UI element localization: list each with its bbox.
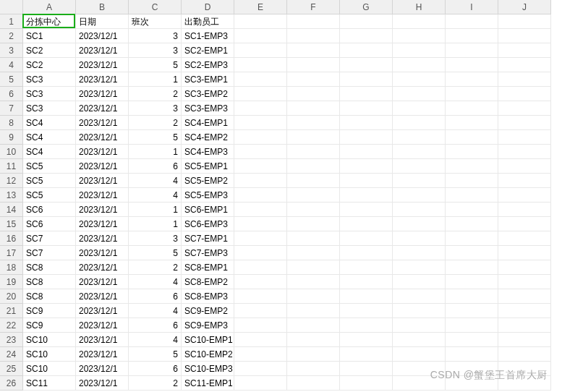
cell-F6[interactable] [287,87,340,101]
row-header-12[interactable]: 12 [0,174,23,188]
cell-E25[interactable] [234,362,287,376]
cell-D4[interactable]: SC2-EMP3 [182,58,234,72]
cell-E14[interactable] [234,203,287,217]
cell-G18[interactable] [340,260,393,275]
cell-H16[interactable] [393,231,446,246]
cell-G2[interactable] [340,29,393,43]
cell-H2[interactable] [393,29,446,43]
cell-E11[interactable] [234,159,287,174]
cell-J19[interactable] [498,275,551,289]
cell-G3[interactable] [340,43,393,58]
cell-C9[interactable]: 5 [129,130,182,145]
cell-A21[interactable]: SC9 [23,304,76,318]
cell-G26[interactable] [340,376,393,391]
cell-G19[interactable] [340,275,393,289]
cell-A15[interactable]: SC6 [23,217,76,231]
cell-B14[interactable]: 2023/12/1 [76,203,129,217]
row-header-26[interactable]: 26 [0,376,23,391]
cell-D1[interactable]: 出勤员工 [182,14,234,29]
cell-I18[interactable] [446,260,498,275]
cell-F11[interactable] [287,159,340,174]
cell-I13[interactable] [446,188,498,203]
select-all-corner[interactable] [0,0,23,14]
cell-C23[interactable]: 4 [129,333,182,347]
cell-F12[interactable] [287,174,340,188]
cell-G4[interactable] [340,58,393,72]
cell-G8[interactable] [340,116,393,130]
cell-G5[interactable] [340,72,393,87]
row-header-13[interactable]: 13 [0,188,23,203]
cell-C3[interactable]: 3 [129,43,182,58]
cell-B3[interactable]: 2023/12/1 [76,43,129,58]
cell-B20[interactable]: 2023/12/1 [76,289,129,304]
cell-F9[interactable] [287,130,340,145]
cell-E26[interactable] [234,376,287,391]
cell-H23[interactable] [393,333,446,347]
cell-E15[interactable] [234,217,287,231]
cell-A11[interactable]: SC5 [23,159,76,174]
cell-E6[interactable] [234,87,287,101]
cell-A8[interactable]: SC4 [23,116,76,130]
cell-E22[interactable] [234,318,287,333]
cell-C5[interactable]: 1 [129,72,182,87]
cell-E3[interactable] [234,43,287,58]
cell-C7[interactable]: 3 [129,101,182,116]
cell-D19[interactable]: SC8-EMP2 [182,275,234,289]
cell-H6[interactable] [393,87,446,101]
row-header-5[interactable]: 5 [0,72,23,87]
cell-E20[interactable] [234,289,287,304]
cell-J5[interactable] [498,72,551,87]
cell-G22[interactable] [340,318,393,333]
cell-C6[interactable]: 2 [129,87,182,101]
cell-B21[interactable]: 2023/12/1 [76,304,129,318]
cell-D11[interactable]: SC5-EMP1 [182,159,234,174]
cell-F26[interactable] [287,376,340,391]
cell-J12[interactable] [498,174,551,188]
cell-C4[interactable]: 5 [129,58,182,72]
cell-C19[interactable]: 4 [129,275,182,289]
cell-F25[interactable] [287,362,340,376]
cell-J7[interactable] [498,101,551,116]
cell-G14[interactable] [340,203,393,217]
cell-F2[interactable] [287,29,340,43]
cell-E12[interactable] [234,174,287,188]
cell-I23[interactable] [446,333,498,347]
cell-I12[interactable] [446,174,498,188]
cell-A2[interactable]: SC1 [23,29,76,43]
cell-H4[interactable] [393,58,446,72]
cell-F22[interactable] [287,318,340,333]
cell-A24[interactable]: SC10 [23,347,76,362]
cell-A20[interactable]: SC8 [23,289,76,304]
cell-C1[interactable]: 班次 [129,14,182,29]
cell-J21[interactable] [498,304,551,318]
cell-F3[interactable] [287,43,340,58]
cell-H9[interactable] [393,130,446,145]
cell-F1[interactable] [287,14,340,29]
cell-G15[interactable] [340,217,393,231]
cell-H10[interactable] [393,145,446,159]
cell-A17[interactable]: SC7 [23,246,76,260]
cell-A18[interactable]: SC8 [23,260,76,275]
cell-D5[interactable]: SC3-EMP1 [182,72,234,87]
cell-D16[interactable]: SC7-EMP1 [182,231,234,246]
cell-J6[interactable] [498,87,551,101]
column-header-I[interactable]: I [446,0,498,14]
cell-B16[interactable]: 2023/12/1 [76,231,129,246]
cell-D23[interactable]: SC10-EMP1 [182,333,234,347]
cell-I16[interactable] [446,231,498,246]
cell-F23[interactable] [287,333,340,347]
column-header-F[interactable]: F [287,0,340,14]
column-header-B[interactable]: B [76,0,129,14]
cell-H11[interactable] [393,159,446,174]
cell-J17[interactable] [498,246,551,260]
cell-E19[interactable] [234,275,287,289]
cell-D12[interactable]: SC5-EMP2 [182,174,234,188]
cell-J23[interactable] [498,333,551,347]
cell-E10[interactable] [234,145,287,159]
cell-I1[interactable] [446,14,498,29]
cell-J10[interactable] [498,145,551,159]
cell-E13[interactable] [234,188,287,203]
spreadsheet-grid[interactable]: ABCDEFGHIJ1分拣中心日期班次出勤员工2SC12023/12/13SC1… [0,0,562,391]
cell-F13[interactable] [287,188,340,203]
cell-J2[interactable] [498,29,551,43]
